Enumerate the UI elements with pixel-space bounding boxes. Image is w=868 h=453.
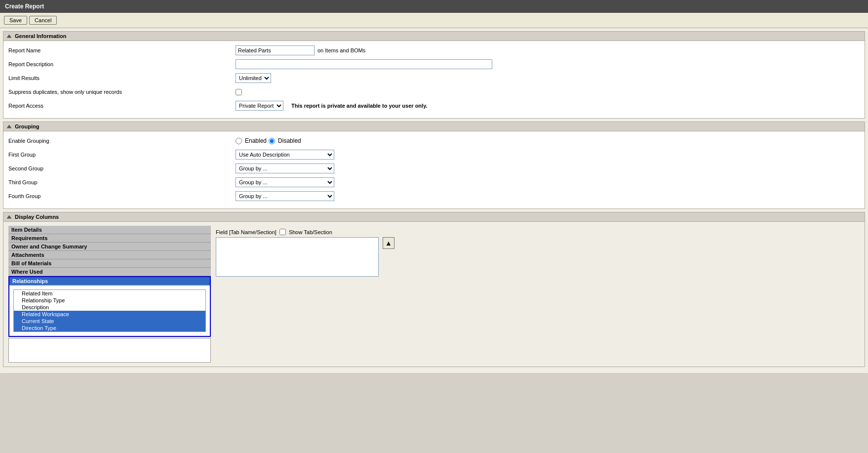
report-access-select[interactable]: Private Report Public Report [236,101,283,111]
second-group-select[interactable]: Group by ... [236,164,334,173]
general-info-body: Report Name on Items and BOMs Report Des… [3,41,865,118]
main-content: General Information Report Name on Items… [0,28,868,373]
group-relationships: Relationships Related Item Relationship … [8,276,211,337]
limit-results-label: Limit Results [8,75,236,81]
suppress-control [236,89,860,95]
report-name-input[interactable] [236,45,315,55]
group-item-details[interactable]: Item Details [8,226,211,234]
right-panel: Field [Tab Name/Section] Show Tab/Sectio… [216,226,860,363]
rel-item-related-workspace[interactable]: Related Workspace [14,311,205,318]
title-bar: Create Report [0,0,868,13]
fourth-group-label: Fourth Group [8,193,236,199]
collapse-grouping-icon [7,125,12,128]
display-columns-label: Display Columns [15,214,59,220]
enable-grouping-row: Enable Grouping Enabled Disabled [8,135,860,146]
report-access-row: Report Access Private Report Public Repo… [8,100,860,111]
first-group-control: Use Auto Description [236,150,860,160]
title-label: Create Report [5,3,44,10]
rel-item-direction-type[interactable]: Direction Type [14,325,205,331]
first-group-label: First Group [8,152,236,158]
first-group-row: First Group Use Auto Description [8,149,860,160]
group-attachments[interactable]: Attachments [8,251,211,259]
limit-results-control: Unlimited 10 25 50 100 250 500 [236,73,860,83]
field-textarea[interactable] [216,237,379,277]
disabled-radio[interactable] [269,138,275,144]
rel-item-relationship-type[interactable]: Relationship Type [14,297,205,304]
second-group-control: Group by ... [236,164,860,173]
fourth-group-row: Fourth Group Group by ... [8,191,860,202]
disabled-label: Disabled [278,137,301,144]
rel-item-related-item[interactable]: Related Item [14,290,205,297]
general-info-header[interactable]: General Information [3,32,865,41]
grouping-header[interactable]: Grouping [3,122,865,131]
grouping-section: Grouping Enable Grouping Enabled Disable… [3,122,865,209]
enable-grouping-control: Enabled Disabled [236,137,860,144]
field-section: Field [Tab Name/Section] Show Tab/Sectio… [216,229,860,277]
rel-item-current-state[interactable]: Current State [14,318,205,325]
report-desc-control [236,59,860,69]
report-name-row: Report Name on Items and BOMs [8,45,860,56]
group-where-used[interactable]: Where Used [8,268,211,276]
enable-grouping-label: Enable Grouping [8,138,236,144]
display-columns-section: Display Columns Item Details Requirement… [3,212,865,367]
third-group-select[interactable]: Group by ... [236,177,334,187]
report-name-control: on Items and BOMs [236,45,860,55]
suppress-row: Suppress duplicates, show only unique re… [8,86,860,97]
limit-results-row: Limit Results Unlimited 10 25 50 100 250… [8,73,860,83]
limit-results-select[interactable]: Unlimited 10 25 50 100 250 500 [236,73,271,83]
suppress-label: Suppress duplicates, show only unique re… [8,89,236,95]
report-desc-row: Report Description [8,59,860,70]
suppress-checkbox[interactable] [236,89,242,95]
third-group-control: Group by ... [236,177,860,187]
collapse-display-icon [7,215,12,219]
report-desc-input[interactable] [236,59,492,69]
display-columns-header[interactable]: Display Columns [3,212,865,222]
general-info-label: General Information [15,33,67,39]
save-button[interactable]: Save [4,16,27,25]
third-group-label: Third Group [8,179,236,185]
up-arrow-button[interactable]: ▲ [383,237,395,249]
second-group-row: Second Group Group by ... [8,163,860,174]
report-name-label: Report Name [8,47,236,53]
report-access-label: Report Access [8,103,236,109]
field-textarea-row: ▲ [216,237,860,277]
grouping-body: Enable Grouping Enabled Disabled First G… [3,131,865,208]
group-owner-change[interactable]: Owner and Change Summary [8,243,211,251]
group-requirements[interactable]: Requirements [8,234,211,243]
fourth-group-control: Group by ... [236,191,860,201]
extra-list-box [8,338,211,363]
rel-item-description[interactable]: Description [14,304,205,311]
columns-panel: Item Details Requirements Owner and Chan… [8,226,860,363]
grouping-label: Grouping [15,124,39,129]
first-group-select[interactable]: Use Auto Description [236,150,334,160]
show-tab-label: Show Tab/Section [289,229,332,235]
group-relationships-header[interactable]: Relationships [9,277,210,286]
private-note: This report is private and available to … [291,103,427,109]
field-label-text: Field [Tab Name/Section] [216,229,276,235]
general-info-section: General Information Report Name on Items… [3,31,865,119]
fourth-group-select[interactable]: Group by ... [236,191,334,201]
cancel-button[interactable]: Cancel [29,16,57,25]
third-group-row: Third Group Group by ... [8,177,860,188]
field-label-row: Field [Tab Name/Section] Show Tab/Sectio… [216,229,860,235]
toolbar: Save Cancel [0,13,868,28]
left-panel: Item Details Requirements Owner and Chan… [8,226,211,363]
relationships-list: Related Item Relationship Type Descripti… [13,289,206,332]
collapse-icon [7,35,12,38]
enabled-label: Enabled [245,137,267,144]
display-columns-body: Item Details Requirements Owner and Chan… [3,222,865,367]
show-tab-checkbox[interactable] [279,229,286,235]
relationships-inner-panel: Related Item Relationship Type Descripti… [9,286,210,336]
report-name-suffix: on Items and BOMs [317,47,365,53]
group-bill-of-materials[interactable]: Bill of Materials [8,259,211,268]
report-desc-label: Report Description [8,61,236,67]
enabled-radio[interactable] [236,138,242,144]
report-access-control: Private Report Public Report This report… [236,101,860,111]
second-group-label: Second Group [8,165,236,171]
